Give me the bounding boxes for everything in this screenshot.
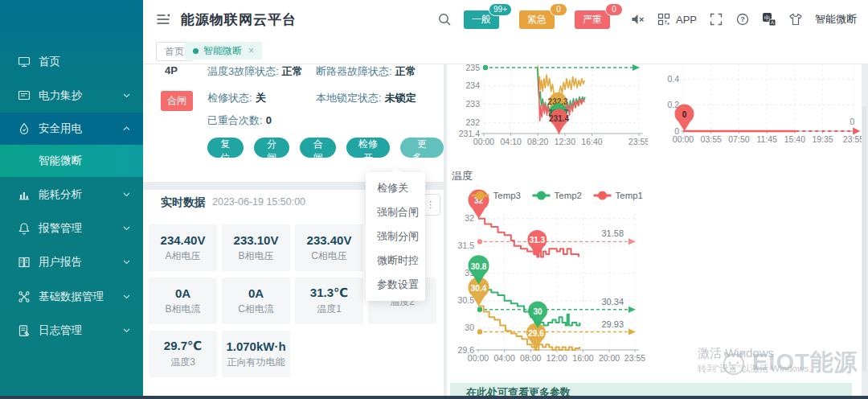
safety-icon bbox=[18, 122, 31, 135]
translate-icon[interactable]: 中A bbox=[762, 12, 776, 27]
chevron-down-icon bbox=[123, 260, 130, 265]
alarm-badge-urgent[interactable]: 紧急 0 bbox=[519, 10, 555, 29]
svg-text:11:45: 11:45 bbox=[756, 134, 777, 144]
mute-icon[interactable] bbox=[630, 12, 645, 27]
card-value: 233.10V bbox=[234, 233, 279, 247]
card-label: C相电流 bbox=[238, 302, 274, 316]
svg-text:235: 235 bbox=[465, 64, 480, 72]
svg-text:29.93: 29.93 bbox=[601, 319, 624, 329]
sidebar-subitem-label: 智能微断 bbox=[39, 154, 82, 168]
sidebar-item-energy-analysis[interactable]: 能耗分析 bbox=[0, 180, 143, 209]
sidebar-item-smart-breaker[interactable]: 智能微断 bbox=[0, 145, 143, 177]
sidebar-item-home[interactable]: 首页 bbox=[0, 47, 143, 76]
tab-label: 智能微断 bbox=[203, 44, 242, 58]
card-label: B相电流 bbox=[165, 302, 200, 316]
sidebar-item-user-report[interactable]: 用户报告 bbox=[0, 248, 143, 277]
status-label: 已重合次数: bbox=[207, 114, 263, 126]
sidebar-item-base-data[interactable]: 基础数据管理 bbox=[0, 282, 143, 311]
help-icon[interactable]: ? bbox=[735, 12, 750, 27]
menu-item-force-close[interactable]: 强制合闸 bbox=[366, 200, 425, 224]
more-button[interactable]: 更多… bbox=[400, 138, 444, 158]
status-label: 检修状态: bbox=[207, 92, 252, 104]
topbar: 能源物联网云平台 一般 99+ 紧急 0 严重 0 APP ? 中A 智能微断 bbox=[143, 0, 868, 39]
data-nodes-icon bbox=[18, 290, 31, 303]
sidebar: 首页 电力集抄 安全用电 智能微断 能耗分析 报警管理 用户报告 bbox=[0, 0, 143, 396]
svg-text:Temp2: Temp2 bbox=[555, 191, 583, 200]
more-params-banner[interactable]: 在此处可查看更多参数 bbox=[450, 383, 852, 396]
qr-code-icon[interactable] bbox=[657, 12, 671, 27]
svg-text:29.6: 29.6 bbox=[528, 329, 544, 338]
log-icon bbox=[18, 324, 31, 337]
svg-text:0: 0 bbox=[674, 126, 679, 136]
sidebar-item-label: 首页 bbox=[39, 55, 60, 69]
svg-text:23:55: 23:55 bbox=[624, 353, 645, 363]
collapse-menu-icon[interactable] bbox=[156, 12, 170, 27]
status-row: 温度3故障状态:正常 bbox=[207, 64, 303, 79]
sidebar-item-power-reading[interactable]: 电力集抄 bbox=[0, 81, 143, 110]
svg-text:30.5: 30.5 bbox=[458, 295, 475, 305]
page-title: 能源物联网云平台 bbox=[181, 10, 297, 29]
device-status-panel: 4P 合闸 温度3故障状态:正常 断路器故障状态:正常 检修状态:关 本地锁定状… bbox=[143, 64, 444, 182]
close-tab-icon[interactable]: × bbox=[248, 45, 254, 56]
device-actions: 复位 分闸 合闸 检修开 更多… bbox=[207, 138, 444, 158]
card-value: 0A bbox=[175, 286, 190, 300]
sidebar-item-safe-power[interactable]: 安全用电 bbox=[0, 113, 143, 145]
chevron-down-icon bbox=[123, 328, 130, 333]
vertical-scrollbar[interactable] bbox=[862, 106, 866, 372]
brand-watermark: EIOT能源 bbox=[719, 347, 858, 379]
svg-text:30: 30 bbox=[533, 307, 542, 316]
card-value: 234.40V bbox=[161, 233, 206, 247]
data-card: 0AB相电流 bbox=[149, 278, 217, 324]
close-switch-button[interactable]: 合闸 bbox=[300, 138, 336, 158]
brand-text: EIOT能源 bbox=[752, 347, 858, 379]
search-icon[interactable] bbox=[437, 12, 452, 27]
sidebar-item-log-management[interactable]: 日志管理 bbox=[0, 316, 143, 345]
svg-text:23:55: 23:55 bbox=[843, 134, 862, 144]
realtime-title: 实时数据 bbox=[161, 195, 206, 210]
alarm-badge-severe[interactable]: 严重 0 bbox=[575, 10, 610, 29]
status-value: 0 bbox=[266, 114, 272, 126]
card-value: 1.070kW·h bbox=[226, 339, 285, 353]
chartB-svg: 00:0003:5507:5011:4515:4019:3523:550.40.… bbox=[662, 64, 862, 159]
app-link[interactable]: APP bbox=[676, 14, 697, 26]
svg-text:12:00: 12:00 bbox=[547, 353, 567, 363]
menu-item-maintenance-off[interactable]: 检修关 bbox=[366, 176, 425, 200]
maintenance-on-button[interactable]: 检修开 bbox=[346, 138, 390, 158]
svg-text:08:00: 08:00 bbox=[520, 353, 541, 363]
tabbar: 首页 智能微断 × bbox=[143, 39, 868, 64]
menu-item-parameter-settings[interactable]: 参数设置 bbox=[366, 273, 425, 297]
sidebar-item-label: 能耗分析 bbox=[39, 187, 82, 202]
alarm-badge-general[interactable]: 一般 99+ bbox=[464, 10, 499, 29]
menu-item-breaker-timing[interactable]: 微断时控 bbox=[366, 249, 425, 273]
card-label: 温度3 bbox=[170, 356, 195, 369]
report-icon bbox=[18, 256, 31, 269]
svg-text:Temp3: Temp3 bbox=[493, 191, 522, 200]
alarm-badge-label: 严重 bbox=[583, 14, 602, 25]
fullscreen-icon[interactable] bbox=[709, 12, 723, 27]
meter-icon bbox=[18, 89, 31, 102]
more-dropdown-menu: 检修关 强制合闸 强制分闸 微断时控 参数设置 bbox=[366, 172, 425, 301]
window-bottom-edge bbox=[0, 396, 868, 399]
svg-text:07:50: 07:50 bbox=[728, 134, 749, 144]
open-switch-button[interactable]: 分闸 bbox=[254, 138, 290, 158]
svg-text:30.4: 30.4 bbox=[471, 284, 487, 293]
current-user[interactable]: 智能微断 bbox=[815, 12, 857, 27]
reset-button[interactable]: 复位 bbox=[207, 138, 244, 158]
sidebar-item-alarm-management[interactable]: 报警管理 bbox=[0, 214, 143, 243]
chartA-svg: 00:0004:1008:2012:3016:4023:552352342332… bbox=[448, 64, 648, 159]
sidebar-item-label: 用户报告 bbox=[39, 255, 82, 269]
menu-item-force-open[interactable]: 强制分闸 bbox=[366, 224, 425, 249]
svg-text:30.34: 30.34 bbox=[601, 297, 624, 306]
svg-text:231.4: 231.4 bbox=[549, 114, 569, 123]
alarm-badge-label: 一般 bbox=[472, 14, 491, 25]
cat-logo-icon bbox=[719, 348, 749, 378]
card-label: C相电压 bbox=[311, 249, 347, 263]
svg-text:231.4: 231.4 bbox=[459, 129, 480, 138]
card-label: 温度1 bbox=[317, 302, 342, 316]
tab-smart-breaker[interactable]: 智能微断 × bbox=[185, 42, 262, 60]
data-card: 233.40VC相电压 bbox=[295, 224, 363, 271]
tshirt-icon[interactable] bbox=[788, 12, 803, 27]
status-value: 正常 bbox=[282, 65, 303, 77]
svg-text:31.5: 31.5 bbox=[458, 241, 475, 250]
alarm-count-severe: 0 bbox=[605, 3, 623, 16]
